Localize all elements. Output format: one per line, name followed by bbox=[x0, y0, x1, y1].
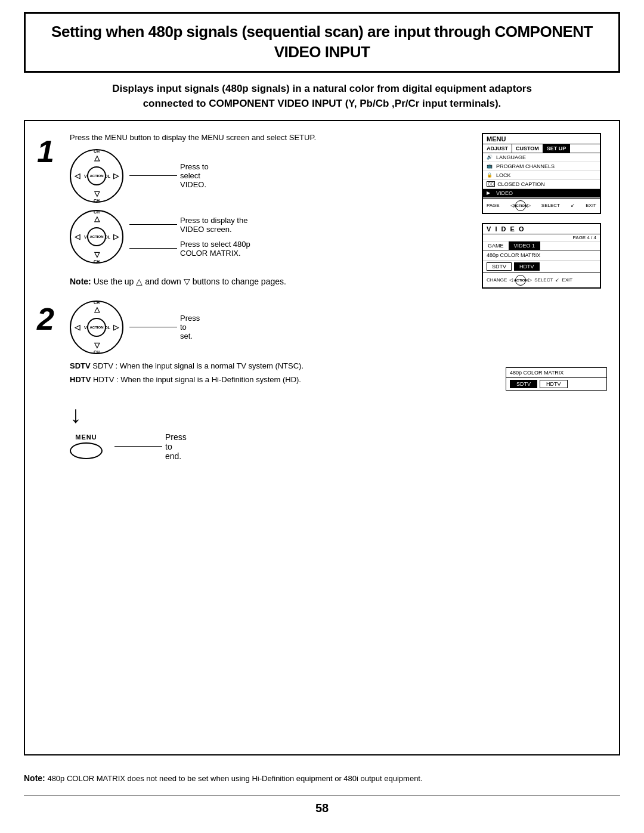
page-wrapper: Setting when 480p signals (sequential sc… bbox=[0, 0, 644, 833]
main-title: Setting when 480p signals (sequential sc… bbox=[24, 12, 620, 73]
remote-circle-1: CH △ VOL ◁ ACTION ▷ VOL ▽ CH bbox=[70, 149, 123, 203]
arr-left-3: ◁ bbox=[75, 323, 80, 332]
press-end-text: Press to end. bbox=[165, 432, 187, 461]
menu-tab-setup: SET UP bbox=[543, 144, 571, 153]
sdtv-text: SDTV SDTV : When the input signal is a n… bbox=[70, 361, 494, 370]
video-nav-bar: CHANGE ◁ ACTION ▷ SELECT ↙ EXIT bbox=[483, 272, 600, 287]
instr-press-set: Press to set. bbox=[129, 314, 175, 340]
step1-number: 1 bbox=[37, 136, 70, 289]
video-tab-video1: VIDEO 1 bbox=[509, 241, 541, 250]
step2-content: CH △ VOL ◁ ACTION ▷ VOL ▽ CH bbox=[70, 301, 607, 391]
instr-display-video: Press to display the VIDEO screen. bbox=[129, 216, 265, 234]
dash-line-1 bbox=[129, 175, 177, 176]
action-btn-2[interactable]: ACTION bbox=[87, 227, 106, 246]
video-icon: ▶ bbox=[487, 190, 494, 196]
video-sub-tabs: SDTV HDTV bbox=[483, 261, 600, 272]
video-item-480p: 480p COLOR MATRIX bbox=[483, 250, 600, 261]
arr-down-2: ▽ bbox=[94, 250, 100, 259]
menu-tab-custom: CUSTOM bbox=[512, 144, 543, 153]
select-label: SELECT bbox=[541, 203, 560, 208]
arr-down: ▽ bbox=[94, 190, 100, 198]
ch-label-bottom: CH bbox=[94, 199, 100, 203]
menu-tabs: ADJUST CUSTOM SET UP bbox=[483, 144, 600, 153]
ch-label-bottom-2: CH bbox=[94, 259, 100, 264]
arr-down-3: ▽ bbox=[94, 341, 100, 349]
page-label: PAGE bbox=[487, 203, 500, 208]
menu-item-lock: 🔒 LOCK bbox=[483, 171, 600, 180]
ch-label-bottom-3: CH bbox=[94, 350, 100, 354]
step1-text: Press the MENU button to display the MEN… bbox=[70, 133, 482, 142]
language-icon: 🔊 bbox=[487, 154, 494, 160]
arr-left: ◁ bbox=[75, 172, 80, 180]
menu-nav-bar: PAGE ◁ ACTION ▷ SELECT ↙ EXIT bbox=[483, 198, 600, 213]
video-nav-action-btn[interactable]: ACTION bbox=[515, 275, 526, 286]
arr-up-2: △ bbox=[94, 215, 100, 223]
dash-line-3 bbox=[129, 248, 177, 249]
action-btn-3[interactable]: ACTION bbox=[87, 318, 106, 337]
arr-right-2: ▷ bbox=[113, 233, 119, 241]
color-matrix-box: 480p COLOR MATRIX SDTV HDTV bbox=[506, 367, 607, 391]
video-page-info: PAGE 4 / 4 bbox=[483, 234, 600, 241]
arr-right: ▷ bbox=[113, 172, 119, 180]
big-arrow-down: ↓ bbox=[70, 402, 82, 426]
arr-up: △ bbox=[94, 154, 100, 162]
instr-select-video: Press to select VIDEO. bbox=[129, 162, 212, 189]
menu-title: MENU bbox=[483, 134, 600, 144]
dash-line-end bbox=[114, 446, 162, 447]
cm-tab-hdtv: HDTV bbox=[540, 380, 568, 388]
arr-right-3: ▷ bbox=[113, 323, 119, 332]
video-title: V I D E O bbox=[483, 224, 600, 234]
change-label: CHANGE bbox=[487, 277, 507, 283]
content-box: 1 Press the MENU button to display the M… bbox=[24, 120, 620, 755]
action-btn[interactable]: ACTION bbox=[87, 166, 106, 185]
menu-label: MENU bbox=[75, 433, 97, 441]
instr-select-480p: Press to select 480p COLOR MATRIX. bbox=[129, 240, 265, 258]
menu-screen: MENU ADJUST CUSTOM SET UP 🔊 LANGUAGE 📺 bbox=[482, 133, 601, 214]
menu-item-video: ▶ VIDEO bbox=[483, 189, 600, 198]
video-subtab-sdtv: SDTV bbox=[487, 262, 512, 271]
cc-icon: CC bbox=[487, 181, 495, 187]
hdtv-text: HDTV HDTV : When the input signal is a H… bbox=[70, 375, 494, 384]
video-screen: V I D E O PAGE 4 / 4 GAME VIDEO 1 480p C… bbox=[482, 223, 601, 289]
video-select-label: SELECT bbox=[534, 277, 553, 283]
nav-action-btn[interactable]: ACTION bbox=[515, 200, 526, 211]
arrow-down-section: ↓ bbox=[70, 402, 607, 426]
bottom-note: Note: 480p COLOR MATRIX does not need to… bbox=[24, 767, 620, 783]
video-subtab-hdtv: HDTV bbox=[514, 262, 540, 271]
program-channels-icon: 📺 bbox=[487, 163, 494, 169]
arr-up-3: △ bbox=[94, 305, 100, 314]
menu-item-closed-caption: CC CLOSED CAPTION bbox=[483, 180, 600, 189]
ch-label-top: CH bbox=[94, 149, 100, 153]
cm-tab-sdtv: SDTV bbox=[510, 380, 537, 388]
remote-circle-3: CH △ VOL ◁ ACTION ▷ VOL ▽ CH bbox=[70, 301, 123, 354]
menu-item-language: 🔊 LANGUAGE bbox=[483, 153, 600, 162]
page-number: 58 bbox=[24, 795, 620, 815]
menu-end-section: MENU Press to end. bbox=[70, 432, 607, 461]
menu-oval[interactable] bbox=[70, 442, 103, 459]
step1-content: Press the MENU button to display the MEN… bbox=[70, 133, 607, 289]
step1-note: Note: Use the up △ and down ▽ buttons to… bbox=[70, 277, 482, 286]
lock-icon: 🔒 bbox=[487, 172, 494, 178]
right-diagrams: MENU ADJUST CUSTOM SET UP 🔊 LANGUAGE 📺 bbox=[482, 133, 607, 289]
menu-item-program-channels: 📺 PROGRAM CHANNELS bbox=[483, 162, 600, 171]
dash-line-2 bbox=[129, 224, 177, 225]
step1-section: 1 Press the MENU button to display the M… bbox=[37, 133, 607, 289]
exit-label: EXIT bbox=[586, 203, 596, 208]
subtitle: Displays input signals (480p signals) in… bbox=[24, 81, 620, 112]
cm-tabs: SDTV HDTV bbox=[506, 378, 606, 390]
step2-section: 2 CH △ VOL ◁ ACTION ▷ bbox=[37, 301, 607, 391]
step2-number: 2 bbox=[37, 304, 70, 391]
dash-line-4 bbox=[129, 327, 177, 327]
ch-label-top-2: CH bbox=[94, 210, 100, 214]
arr-left-2: ◁ bbox=[75, 233, 80, 241]
ch-label-top-3: CH bbox=[94, 301, 100, 305]
video-tab-game: GAME bbox=[483, 241, 509, 250]
video-exit-label: EXIT bbox=[562, 277, 572, 283]
remote-circle-2: CH △ VOL ◁ ACTION ▷ VOL ▽ CH bbox=[70, 210, 123, 264]
cm-title: 480p COLOR MATRIX bbox=[506, 368, 606, 378]
menu-tab-adjust: ADJUST bbox=[483, 144, 512, 153]
video-tabs: GAME VIDEO 1 bbox=[483, 241, 600, 250]
